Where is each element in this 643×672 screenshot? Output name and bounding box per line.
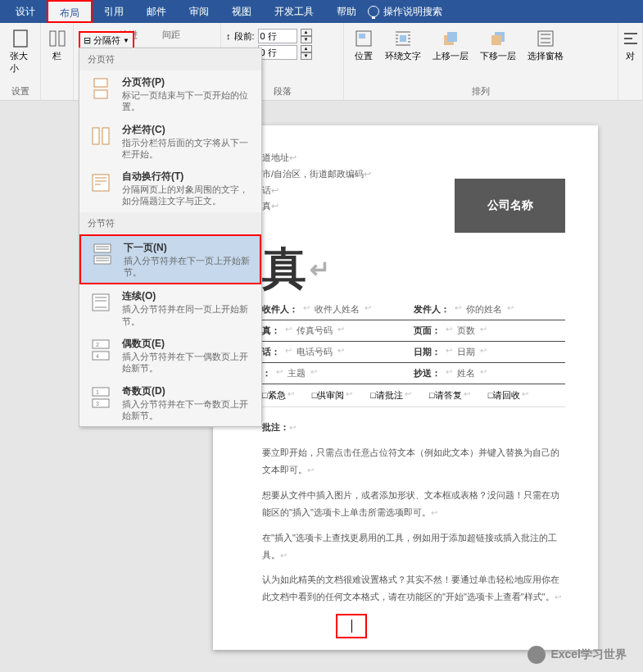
menu-next-page[interactable]: 下一页(N)插入分节符并在下一页上开始新节。 <box>79 234 261 285</box>
selection-pane-button[interactable]: 选择窗格 <box>523 25 568 66</box>
svg-rect-4 <box>359 34 365 39</box>
menu-header-section: 分节符 <box>79 212 261 234</box>
ribbon-tabs: 设计 布局 引用 邮件 审阅 视图 开发工具 帮助 操作说明搜索 <box>0 0 643 23</box>
tab-layout[interactable]: 布局 <box>47 0 93 23</box>
tell-me-label: 操作说明搜索 <box>383 5 442 19</box>
svg-text:3: 3 <box>96 401 99 406</box>
svg-rect-12 <box>94 90 107 98</box>
tab-view[interactable]: 视图 <box>220 0 263 23</box>
forward-icon <box>441 29 460 48</box>
re-value: 主题 <box>288 367 306 379</box>
to-value: 收件人姓名 <box>315 303 360 316</box>
watermark: Excel学习世界 <box>528 646 627 664</box>
wrap-break-icon <box>88 170 114 196</box>
from-label: 发件人： <box>414 303 450 316</box>
tab-review[interactable]: 审阅 <box>178 0 220 23</box>
svg-rect-14 <box>102 128 109 144</box>
svg-text:1: 1 <box>96 389 99 395</box>
notes-section: 批注：↩ 要立即开始，只需点击任意占位符文本（例如此文本）并键入替换为自己的文本… <box>262 419 565 606</box>
spacing-label: 间距 <box>162 29 180 41</box>
even-page-icon: 24 <box>88 337 114 363</box>
position-button[interactable]: 位置 <box>349 25 378 66</box>
backward-icon <box>488 29 508 48</box>
chevron-down-icon: ▼ <box>123 37 129 44</box>
page-size-icon <box>11 29 30 48</box>
svg-text:4: 4 <box>96 353 99 359</box>
faxnum-label: 真： <box>262 325 280 337</box>
svg-rect-2 <box>59 31 65 46</box>
send-backward-button[interactable]: 下移一层 <box>475 25 521 66</box>
fax-title: 真↵ <box>262 239 565 299</box>
date-label: 日期： <box>414 346 441 358</box>
phone-value: 电话号码 <box>297 346 333 358</box>
svg-rect-1 <box>50 31 56 46</box>
tab-references[interactable]: 引用 <box>93 0 135 23</box>
continuous-icon <box>88 289 114 316</box>
tell-me-search[interactable]: 操作说明搜索 <box>368 5 442 19</box>
checkbox-row: □紧急↩ □供审阅↩ □请批注↩ □请答复↩ □请回收↩ <box>262 384 565 407</box>
menu-text-wrap-break[interactable]: 自动换行符(T)分隔网页上的对象周围的文字，如分隔题注文字与正文。 <box>79 165 261 212</box>
tab-help[interactable]: 帮助 <box>325 0 368 23</box>
svg-rect-11 <box>94 79 107 87</box>
spacing-before-input[interactable] <box>258 29 297 43</box>
svg-rect-5 <box>400 35 406 42</box>
cc-value: 姓名 <box>457 367 475 379</box>
company-name-box: 公司名称 <box>455 179 565 233</box>
before-label: 段前: <box>234 30 255 43</box>
tab-developer[interactable]: 开发工具 <box>263 0 325 23</box>
spacing-after-input[interactable] <box>258 45 297 60</box>
svg-rect-16 <box>94 244 111 252</box>
from-value: 你的姓名 <box>466 303 502 316</box>
page-size-button[interactable]: 张大小 <box>5 25 35 78</box>
menu-page-break[interactable]: 分页符(P)标记一页结束与下一页开始的位置。 <box>79 70 261 118</box>
pages-label: 页面： <box>414 325 441 337</box>
tab-design[interactable]: 设计 <box>4 0 47 23</box>
date-value: 日期 <box>457 346 475 358</box>
columns-button[interactable]: 栏 <box>46 25 68 66</box>
align-button[interactable]: 对 <box>623 25 637 66</box>
group-label-setup: 设置 <box>5 85 35 98</box>
to-label: 收件人： <box>262 303 298 316</box>
pages-value: 页数 <box>457 325 475 337</box>
wrap-icon <box>393 29 413 48</box>
svg-rect-15 <box>93 175 109 191</box>
position-icon <box>354 29 374 48</box>
menu-odd-page[interactable]: 13 奇数页(D)插入分节符并在下一奇数页上开始新节。 <box>79 379 261 427</box>
odd-page-icon: 13 <box>88 384 114 411</box>
bulb-icon <box>368 6 379 17</box>
menu-header-page: 分页符 <box>79 48 261 70</box>
menu-column-break[interactable]: 分栏符(C)指示分栏符后面的文字将从下一栏开始。 <box>79 118 261 166</box>
phone-label: 话： <box>262 346 280 358</box>
svg-rect-13 <box>93 128 99 144</box>
spin-up[interactable]: ▲ <box>301 29 312 36</box>
wrap-button[interactable]: 环绕文字 <box>380 25 426 66</box>
tab-mailings[interactable]: 邮件 <box>135 0 178 23</box>
spin-up[interactable]: ▲ <box>301 45 312 52</box>
svg-rect-17 <box>94 256 111 264</box>
re-label: ： <box>262 367 271 379</box>
breaks-menu: 分页符 分页符(P)标记一页结束与下一页开始的位置。 分栏符(C)指示分栏符后面… <box>79 48 262 427</box>
spin-down[interactable]: ▼ <box>301 36 312 43</box>
menu-continuous[interactable]: 连续(O)插入分节符并在同一页上开始新节。 <box>79 284 261 332</box>
svg-rect-9 <box>491 35 501 45</box>
text-cursor <box>351 620 352 633</box>
columns-icon <box>48 29 67 48</box>
page[interactable]: 道地址↩ 市/自治区，街道邮政编码↩ 话↩ 真↩ 公司名称 真↵ 收件人：↩收件… <box>213 125 598 650</box>
svg-rect-7 <box>447 32 457 42</box>
svg-rect-0 <box>14 30 27 47</box>
cursor-highlight <box>336 614 367 638</box>
bring-forward-button[interactable]: 上移一层 <box>428 25 473 66</box>
svg-rect-19 <box>93 340 109 348</box>
cc-label: 抄送： <box>414 367 441 379</box>
menu-even-page[interactable]: 24 偶数页(E)插入分节符并在下一偶数页上开始新节。 <box>79 332 261 379</box>
faxnum-value: 传真号码 <box>297 325 333 337</box>
spin-down[interactable]: ▼ <box>301 52 312 60</box>
wechat-icon <box>528 646 546 664</box>
svg-rect-18 <box>93 294 109 311</box>
svg-rect-23 <box>93 388 109 396</box>
group-label-arrange: 排列 <box>349 85 613 98</box>
svg-text:2: 2 <box>96 342 99 347</box>
next-page-icon <box>89 241 115 267</box>
selection-icon <box>536 29 555 48</box>
page-break-icon <box>88 75 114 102</box>
